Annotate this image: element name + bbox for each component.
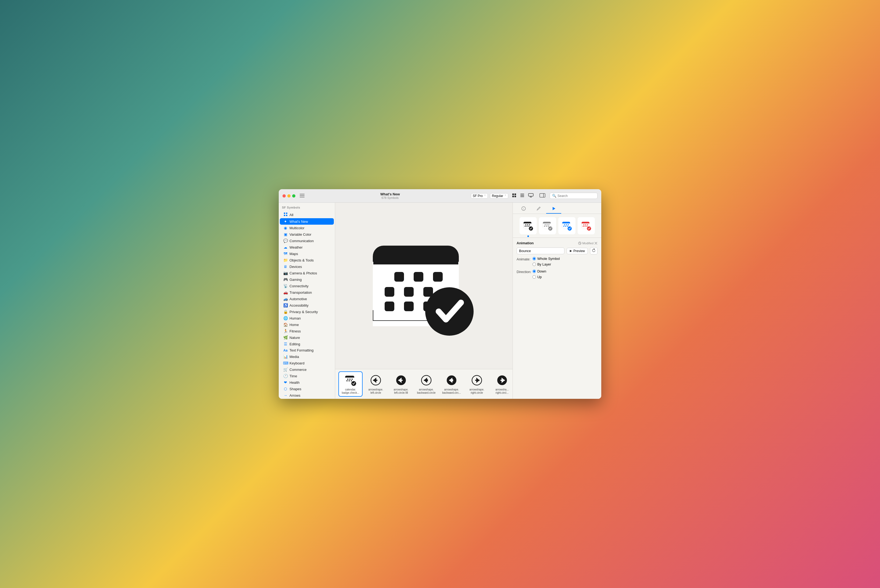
search-box[interactable]: 🔍: [550, 193, 598, 199]
svg-rect-36: [404, 302, 414, 311]
communication-icon: 💬: [283, 238, 288, 243]
sidebar-item-all[interactable]: All: [280, 211, 334, 218]
by-layer-radio[interactable]: [532, 262, 536, 266]
automotive-icon: 🚙: [283, 297, 288, 301]
connectivity-icon: 📡: [283, 284, 288, 288]
font-name: SF Pro: [473, 194, 483, 198]
sidebar-item-label: Weather: [289, 245, 303, 249]
sidebar-item-connectivity[interactable]: 📡 Connectivity: [280, 283, 334, 289]
svg-rect-88: [547, 226, 548, 226]
thumb-icon-arrow-backward-fill: [445, 374, 458, 387]
sidebar-item-fitness[interactable]: 🏃 Fitness: [280, 328, 334, 334]
animation-select[interactable]: Bounce: [517, 248, 564, 254]
sidebar-item-camera-photos[interactable]: 📷 Camera & Photos: [280, 270, 334, 276]
variant-thumb-red[interactable]: [578, 217, 595, 234]
tab-edit[interactable]: [531, 205, 546, 214]
sidebar-item-maps[interactable]: 🗺 Maps: [280, 250, 334, 257]
sidebar-item-keyboard[interactable]: ⌨ Keyboard: [280, 360, 334, 366]
symbol-thumb-arrow-right[interactable]: arrowshape. right.circle: [465, 371, 489, 397]
sidebar-item-text-formatting[interactable]: Aa Text Formatting: [280, 347, 334, 353]
sidebar-item-time[interactable]: 🕐 Time: [280, 373, 334, 379]
sidebar-item-weather[interactable]: ☁ Weather: [280, 244, 334, 250]
symbol-thumb-arrow-left[interactable]: arrowshape. left.circle: [364, 371, 388, 397]
preview-button[interactable]: Preview: [567, 248, 588, 254]
font-selector[interactable]: SF Pro ⌃: [471, 193, 488, 199]
grid-view-button[interactable]: [510, 192, 518, 199]
thumb-label-calendar: calendar. badge.check...: [340, 388, 360, 394]
sidebar-item-label: Fitness: [289, 329, 301, 333]
search-input[interactable]: [558, 194, 595, 198]
down-radio[interactable]: [532, 270, 536, 273]
sidebar: SF Symbols All ✦ What's New ◉ Multicolor…: [279, 202, 335, 399]
svg-rect-78: [526, 226, 527, 226]
sidebar-item-devices[interactable]: 🖥 Devices: [280, 263, 334, 270]
sidebar-toggle-button[interactable]: [300, 194, 305, 198]
sidebar-item-automotive[interactable]: 🚙 Automotive: [280, 296, 334, 302]
sidebar-item-label: Health: [289, 381, 300, 385]
sidebar-item-editing[interactable]: ☰ Editing: [280, 341, 334, 347]
sidebar-item-accessibility[interactable]: ♿ Accessibility: [280, 302, 334, 309]
list-view-button[interactable]: [519, 192, 526, 199]
up-radio[interactable]: [532, 275, 536, 279]
right-panel: i: [513, 202, 601, 399]
sidebar-item-nature[interactable]: 🌿 Nature: [280, 334, 334, 341]
close-button[interactable]: [282, 194, 286, 198]
variant-thumb-gray[interactable]: [539, 217, 556, 234]
arrows-icon: →: [283, 393, 288, 398]
right-panel-tabs: i: [513, 202, 601, 214]
symbol-thumb-arrow-backward[interactable]: arrowshape. backward.circle: [414, 371, 438, 397]
symbol-thumb-calendar[interactable]: calendar. badge.check...: [339, 371, 363, 397]
sidebar-item-arrows[interactable]: → Arrows: [280, 392, 334, 399]
animation-section: Animation Modified Bounce Preview: [513, 238, 601, 283]
sidebar-item-variable-color[interactable]: ▣ Variable Color: [280, 231, 334, 238]
refresh-button[interactable]: [590, 247, 598, 255]
sidebar-item-gaming[interactable]: 🎮 Gaming: [280, 276, 334, 283]
symbol-thumb-arrow-right-fill[interactable]: arrowsha... right.circl...: [490, 371, 513, 397]
variant-thumb-black[interactable]: [520, 217, 537, 234]
svg-rect-4: [514, 194, 516, 195]
sidebar-item-label: Keyboard: [289, 361, 304, 365]
sidebar-item-label: What's New: [289, 219, 308, 224]
symbol-thumb-arrow-backward-fill[interactable]: arrowshape. backward.circ...: [439, 371, 464, 397]
variant-thumb-blue[interactable]: [558, 217, 576, 234]
sidebar-item-multicolor[interactable]: ◉ Multicolor: [280, 225, 334, 231]
nature-icon: 🌿: [283, 335, 288, 340]
sidebar-item-label: Communication: [289, 239, 314, 243]
whats-new-icon: ✦: [283, 219, 288, 224]
sidebar-item-media[interactable]: 📊 Media: [280, 353, 334, 360]
thumb-icon-arrow-backward: [420, 374, 433, 387]
thumb-label-arrow-left-fill: arrowshape. left.circle.fill: [391, 388, 411, 394]
maximize-button[interactable]: [292, 194, 295, 198]
sidebar-item-home[interactable]: 🏠 Home: [280, 321, 334, 328]
svg-rect-95: [564, 226, 564, 226]
weight-selector[interactable]: Regular ⌃: [490, 193, 508, 199]
sidebar-item-communication[interactable]: 💬 Communication: [280, 238, 334, 244]
svg-rect-29: [394, 272, 404, 282]
sidebar-item-health[interactable]: ❤ Health: [280, 379, 334, 386]
objects-icon: 📁: [283, 258, 288, 262]
sidebar-item-whats-new[interactable]: ✦ What's New: [280, 218, 334, 225]
traffic-lights: [282, 194, 295, 198]
sidebar-item-objects-tools[interactable]: 📁 Objects & Tools: [280, 257, 334, 263]
sidebar-item-privacy-security[interactable]: 🔒 Privacy & Security: [280, 309, 334, 315]
sidebar-item-shapes[interactable]: ⬡ Shapes: [280, 386, 334, 392]
minimize-button[interactable]: [287, 194, 291, 198]
symbol-thumb-arrow-left-fill[interactable]: arrowshape. left.circle.fill: [389, 371, 413, 397]
health-icon: ❤: [283, 380, 288, 385]
svg-rect-65: [475, 380, 480, 381]
sidebar-item-commerce[interactable]: 🛒 Commerce: [280, 366, 334, 373]
whole-symbol-radio[interactable]: [532, 257, 536, 260]
inspector-panel-button[interactable]: [537, 192, 547, 199]
whole-symbol-option: Whole Symbol: [532, 256, 598, 261]
all-icon: [283, 212, 288, 217]
sidebar-item-label: Home: [289, 323, 299, 327]
tab-preview[interactable]: [546, 205, 561, 214]
svg-rect-16: [284, 215, 285, 216]
gallery-view-button[interactable]: [526, 192, 535, 199]
sidebar-item-human[interactable]: 🌐 Human: [280, 315, 334, 321]
sidebar-item-label: Objects & Tools: [289, 258, 314, 262]
svg-rect-105: [584, 226, 585, 226]
symbol-display: [335, 202, 513, 369]
sidebar-item-transportation[interactable]: 🚗 Transportation: [280, 289, 334, 296]
tab-info[interactable]: i: [516, 205, 531, 214]
